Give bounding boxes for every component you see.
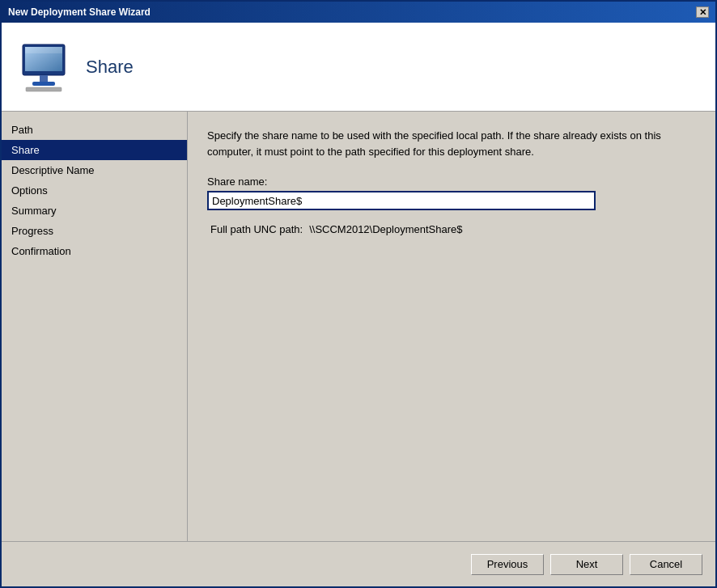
svg-rect-5 bbox=[32, 82, 55, 86]
previous-button[interactable]: Previous bbox=[471, 554, 544, 575]
computer-icon bbox=[18, 41, 70, 93]
next-button[interactable]: Next bbox=[550, 554, 623, 575]
svg-rect-3 bbox=[25, 47, 62, 53]
close-button[interactable]: ✕ bbox=[696, 6, 709, 18]
title-bar: New Deployment Share Wizard ✕ bbox=[2, 2, 715, 23]
svg-rect-4 bbox=[40, 75, 48, 82]
sidebar-item-share[interactable]: Share bbox=[2, 140, 187, 160]
main-content: Specify the share name to be used with t… bbox=[188, 112, 715, 541]
unc-path-value: \\SCCM2012\DeploymentShare$ bbox=[309, 223, 462, 235]
footer-area: Previous Next Cancel bbox=[2, 541, 715, 586]
content-area: Path Share Descriptive Name Options Summ… bbox=[2, 112, 715, 541]
share-name-label: Share name: bbox=[207, 176, 696, 188]
share-name-input[interactable] bbox=[207, 191, 596, 210]
sidebar-item-progress[interactable]: Progress bbox=[2, 221, 187, 241]
sidebar: Path Share Descriptive Name Options Summ… bbox=[2, 112, 188, 541]
sidebar-item-summary[interactable]: Summary bbox=[2, 201, 187, 221]
sidebar-item-confirmation[interactable]: Confirmation bbox=[2, 241, 187, 261]
dialog-window: New Deployment Share Wizard ✕ bbox=[0, 0, 717, 588]
description-text: Specify the share name to be used with t… bbox=[207, 128, 696, 159]
sidebar-item-path[interactable]: Path bbox=[2, 120, 187, 140]
unc-path-label: Full path UNC path: bbox=[210, 223, 303, 235]
sidebar-item-options[interactable]: Options bbox=[2, 180, 187, 201]
title-bar-text: New Deployment Share Wizard bbox=[8, 6, 151, 18]
svg-rect-6 bbox=[26, 87, 62, 91]
share-name-group: Share name: bbox=[207, 176, 696, 210]
unc-path-row: Full path UNC path: \\SCCM2012\Deploymen… bbox=[210, 223, 696, 235]
cancel-button[interactable]: Cancel bbox=[630, 554, 702, 575]
sidebar-item-descriptive-name[interactable]: Descriptive Name bbox=[2, 160, 187, 180]
header-area: Share bbox=[2, 23, 715, 112]
page-title: Share bbox=[86, 57, 134, 78]
